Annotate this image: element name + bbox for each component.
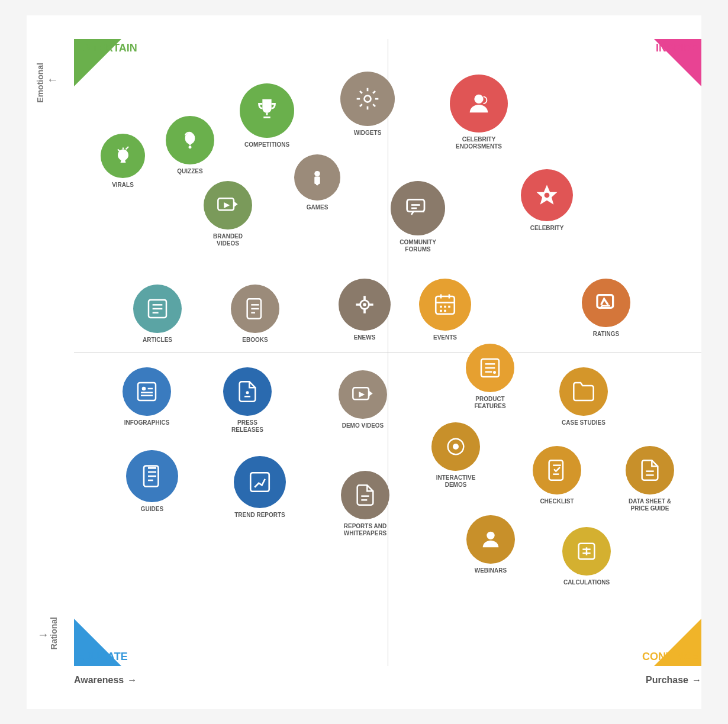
chart-wrapper: Emotional ↑ ↓ Rational ENTERTAIN INSPIRE… [27, 15, 701, 709]
svg-point-9 [474, 94, 483, 103]
svg-marker-8 [224, 202, 230, 208]
awareness-label: Awareness → [74, 675, 137, 686]
item-demo-videos: DEMO VIDEOS [339, 370, 387, 429]
item-widgets: WIDGETS [340, 72, 395, 137]
circle-data-sheet [626, 446, 674, 494]
inspire-label: INSPIRE [656, 42, 698, 54]
label-articles: ARTICLES [143, 337, 172, 344]
item-branded-videos: BRANDED VIDEOS [201, 181, 255, 247]
svg-point-49 [493, 371, 496, 374]
svg-point-58 [453, 444, 459, 450]
label-widgets: WIDGETS [354, 130, 382, 137]
svg-rect-33 [444, 309, 446, 312]
item-webinars: WEBINARS [466, 515, 515, 574]
item-ebooks: EBOOKS [231, 285, 279, 344]
circle-ratings [582, 279, 630, 327]
rational-label: Rational [49, 617, 59, 649]
svg-point-64 [487, 531, 494, 539]
svg-point-40 [246, 391, 249, 394]
svg-rect-29 [440, 305, 442, 308]
svg-point-2 [365, 95, 371, 102]
entertain-label: ENTERTAIN [77, 42, 137, 54]
circle-calculations [562, 527, 611, 576]
item-press-releases: PRESS RELEASES [221, 367, 274, 434]
label-quizzes: QUIZZES [177, 168, 202, 175]
circle-guides [126, 450, 178, 502]
label-product-features: PRODUCT FEATURES [463, 396, 517, 410]
circle-branded-videos [204, 181, 252, 230]
circle-celebrity [521, 169, 573, 221]
svg-rect-32 [440, 309, 442, 312]
label-games: GAMES [307, 204, 328, 211]
label-celebrity-endorsements: CELEBRITY ENDORSMENTS [452, 136, 505, 150]
item-trend-reports: TREND REPORTS [234, 456, 286, 519]
label-infographics: INFOGRAPHICS [124, 419, 170, 426]
circle-webinars [466, 515, 515, 564]
circle-ebooks [231, 285, 279, 333]
item-calculations: CALCULATIONS [562, 527, 611, 586]
label-branded-videos: BRANDED VIDEOS [201, 233, 255, 247]
item-interactive-demos: INTERACTIVE DEMOS [429, 422, 482, 489]
label-ebooks: EBOOKS [242, 337, 268, 344]
svg-marker-44 [359, 392, 365, 397]
svg-marker-7 [234, 201, 238, 207]
label-checklist: CHECKLIST [540, 498, 574, 505]
circle-interactive-demos [431, 422, 480, 471]
label-interactive-demos: INTERACTIVE DEMOS [429, 474, 482, 489]
label-case-studies: CASE STUDIES [562, 419, 605, 426]
svg-point-14 [545, 192, 550, 198]
item-infographics: INFOGRAPHICS [123, 367, 171, 426]
item-celebrity: CELEBRITY [521, 169, 573, 232]
item-case-studies: CASE STUDIES [559, 367, 608, 426]
item-ratings: RATINGS [582, 279, 630, 338]
emotional-label: Emotional [36, 63, 45, 103]
item-checklist: CHECKLIST [533, 446, 581, 505]
item-games: GAMES [294, 154, 340, 211]
educate-label: EDUCATE [77, 651, 128, 663]
item-quizzes: QUIZZES [166, 116, 214, 175]
circle-celebrity-endorsements [450, 75, 508, 132]
item-competitions: COMPETITIONS [240, 83, 294, 148]
circle-competitions [240, 83, 294, 138]
item-events: EVENTS [419, 279, 471, 341]
svg-point-3 [314, 170, 320, 176]
circle-virals [101, 134, 145, 178]
label-ratings: RATINGS [593, 331, 619, 338]
svg-rect-35 [138, 383, 156, 400]
label-reports-whitepapers: REPORTS AND WHITEPAPERS [339, 523, 392, 537]
label-webinars: WEBINARS [475, 567, 507, 574]
circle-demo-videos [339, 370, 387, 419]
circle-articles [133, 285, 182, 333]
circle-checklist [533, 446, 581, 494]
item-guides: GUIDES [126, 450, 178, 513]
item-product-features: PRODUCT FEATURES [463, 344, 517, 410]
label-competitions: COMPETITIONS [244, 141, 289, 148]
label-calculations: CALCULATIONS [563, 579, 610, 586]
svg-point-5 [316, 182, 319, 185]
label-virals: VIRALS [112, 182, 134, 189]
circle-community-forums [391, 181, 445, 235]
label-demo-videos: DEMO VIDEOS [342, 422, 384, 429]
svg-rect-54 [250, 473, 269, 492]
convince-label: CONVINCE [642, 651, 698, 663]
label-enews: ENEWS [354, 334, 376, 341]
label-community-forums: COMMUNITY FORUMS [391, 239, 444, 253]
circle-press-releases [223, 367, 272, 416]
circle-enews [339, 279, 391, 331]
circle-events [419, 279, 471, 331]
label-celebrity: CELEBRITY [530, 225, 564, 232]
purchase-label: Purchase → [646, 675, 701, 686]
circle-case-studies [559, 367, 608, 416]
item-articles: ARTICLES [133, 285, 182, 344]
item-virals: VIRALS [101, 134, 145, 189]
label-trend-reports: TREND REPORTS [234, 512, 285, 519]
svg-point-24 [363, 303, 366, 306]
circle-games [294, 154, 340, 201]
item-reports-whitepapers: REPORTS AND WHITEPAPERS [339, 471, 392, 537]
svg-rect-31 [448, 305, 450, 308]
item-community-forums: COMMUNITY FORUMS [391, 181, 445, 253]
svg-point-36 [142, 386, 146, 390]
circle-infographics [123, 367, 171, 416]
label-press-releases: PRESS RELEASES [221, 419, 274, 434]
item-celebrity-endorsements: CELEBRITY ENDORSMENTS [450, 75, 508, 150]
